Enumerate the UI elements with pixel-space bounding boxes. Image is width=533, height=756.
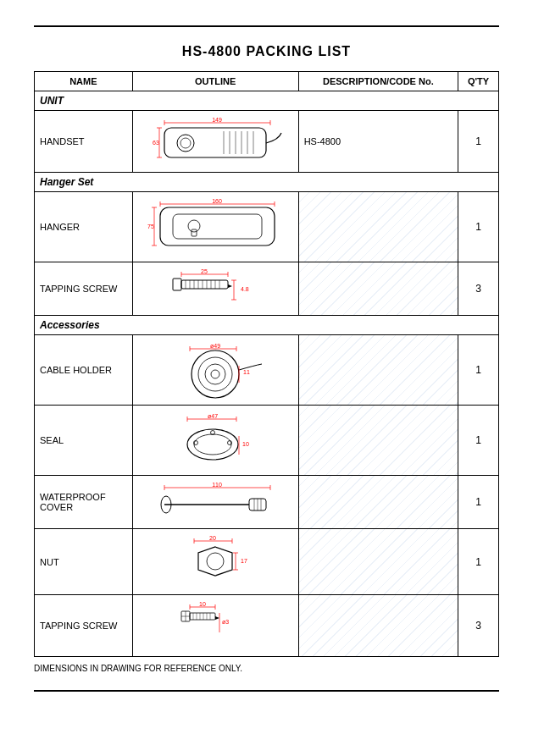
svg-text:10: 10 <box>199 601 206 607</box>
svg-text:4.8: 4.8 <box>241 286 249 292</box>
svg-text:25: 25 <box>201 268 208 274</box>
qty-tapping-screw-2: 3 <box>458 595 499 657</box>
svg-text:63: 63 <box>153 140 159 146</box>
outline-cable-holder: ø49 11 <box>132 335 298 406</box>
svg-text:ø47: ø47 <box>208 413 218 419</box>
hanger-svg: 160 75 <box>147 197 283 257</box>
outline-seal: ø47 10 <box>132 406 298 476</box>
outline-tapping-screw-1: 25 4.8 <box>132 262 298 316</box>
svg-point-55 <box>205 364 225 384</box>
desc-nut <box>298 529 458 595</box>
svg-rect-96 <box>190 613 215 620</box>
page-title: HS-4800 PACKING LIST <box>34 44 499 59</box>
qty-hanger: 1 <box>458 192 499 262</box>
svg-rect-48 <box>173 279 181 290</box>
desc-handset: HS-4800 <box>298 111 458 173</box>
outline-hanger: 160 75 <box>132 192 298 262</box>
header-desc: DESCRIPTION/CODE No. <box>298 72 458 91</box>
svg-rect-21 <box>160 207 275 246</box>
tapping-screw1-svg: 25 4.8 <box>156 268 275 310</box>
cable-holder-svg: ø49 11 <box>160 340 270 400</box>
svg-point-54 <box>198 357 232 391</box>
table-row: HANDSET 149 <box>35 111 499 173</box>
svg-rect-24 <box>192 229 197 236</box>
svg-marker-84 <box>198 547 232 576</box>
section-unit: UNIT <box>35 91 499 111</box>
header-name: NAME <box>35 72 133 91</box>
waterproof-cover-svg: 110 <box>147 481 283 523</box>
section-hanger-set: Hanger Set <box>35 173 499 192</box>
svg-point-12 <box>180 138 191 148</box>
table-row: SEAL ø47 <box>35 406 499 476</box>
svg-text:160: 160 <box>212 198 222 204</box>
svg-text:11: 11 <box>243 369 250 375</box>
outline-tapping-screw-2: 10 ø3 <box>132 595 298 657</box>
svg-rect-22 <box>173 214 262 239</box>
item-name-seal: SEAL <box>35 406 133 476</box>
svg-text:110: 110 <box>212 482 222 488</box>
qty-seal: 1 <box>458 406 499 476</box>
table-row: NUT 20 <box>35 529 499 595</box>
svg-rect-4 <box>164 128 266 157</box>
tapping-screw2-svg: 10 ø3 <box>164 600 266 651</box>
item-name-tapping-screw-1: TAPPING SCREW <box>35 262 133 316</box>
desc-cable-holder <box>298 335 458 406</box>
svg-text:17: 17 <box>241 558 247 564</box>
item-name-waterproof-cover: WATERPROOF COVER <box>35 476 133 529</box>
svg-point-11 <box>177 135 194 152</box>
item-name-hanger: HANGER <box>35 192 133 262</box>
table-row: WATERPROOF COVER 110 <box>35 476 499 529</box>
section-accessories-label: Accessories <box>35 316 499 335</box>
svg-text:10: 10 <box>242 441 249 447</box>
qty-waterproof-cover: 1 <box>458 476 499 529</box>
qty-tapping-screw-1: 3 <box>458 262 499 316</box>
item-name-nut: NUT <box>35 529 133 595</box>
section-accessories: Accessories <box>35 316 499 335</box>
desc-hanger <box>298 192 458 262</box>
bottom-rule <box>34 690 499 692</box>
page: HS-4800 PACKING LIST NAME OUTLINE DESCRI… <box>0 0 533 756</box>
svg-marker-47 <box>228 284 232 288</box>
qty-nut: 1 <box>458 529 499 595</box>
svg-text:ø49: ø49 <box>210 343 220 349</box>
outline-nut: 20 17 <box>132 529 298 595</box>
outline-waterproof-cover: 110 <box>132 476 298 529</box>
section-hanger-label: Hanger Set <box>35 173 499 192</box>
qty-cable-holder: 1 <box>458 335 499 406</box>
svg-text:149: 149 <box>212 117 222 123</box>
svg-point-56 <box>211 370 219 378</box>
svg-point-23 <box>188 220 200 232</box>
qty-handset: 1 <box>458 111 499 173</box>
seal-svg: ø47 10 <box>160 411 270 470</box>
item-name-handset: HANDSET <box>35 111 133 173</box>
header-outline: OUTLINE <box>132 72 298 91</box>
footnote: DIMENSIONS IN DRAWING FOR REFERENCE ONLY… <box>34 664 499 673</box>
svg-point-85 <box>207 553 224 570</box>
table-row: TAPPING SCREW 25 4.8 <box>35 262 499 316</box>
desc-seal <box>298 406 458 476</box>
outline-handset: 149 <box>132 111 298 173</box>
table-row: CABLE HOLDER ø49 <box>35 335 499 406</box>
header-qty: Q'TY <box>458 72 499 91</box>
nut-svg: 20 17 <box>173 534 258 589</box>
svg-text:20: 20 <box>209 535 216 541</box>
svg-marker-103 <box>215 616 219 620</box>
svg-point-64 <box>194 434 231 455</box>
desc-tapping-screw-2 <box>298 595 458 657</box>
handset-svg: 149 <box>147 116 283 167</box>
table-row: TAPPING SCREW 10 ø3 <box>35 595 499 657</box>
desc-waterproof-cover <box>298 476 458 529</box>
svg-text:75: 75 <box>147 223 154 229</box>
item-name-cable-holder: CABLE HOLDER <box>35 335 133 406</box>
item-name-tapping-screw-2: TAPPING SCREW <box>35 595 133 657</box>
svg-rect-37 <box>181 280 228 289</box>
packing-list-table: NAME OUTLINE DESCRIPTION/CODE No. Q'TY U… <box>34 71 499 657</box>
svg-text:ø3: ø3 <box>222 619 229 625</box>
table-row: HANGER 160 <box>35 192 499 262</box>
top-rule <box>34 25 499 27</box>
desc-tapping-screw-1 <box>298 262 458 316</box>
section-unit-label: UNIT <box>35 91 499 111</box>
